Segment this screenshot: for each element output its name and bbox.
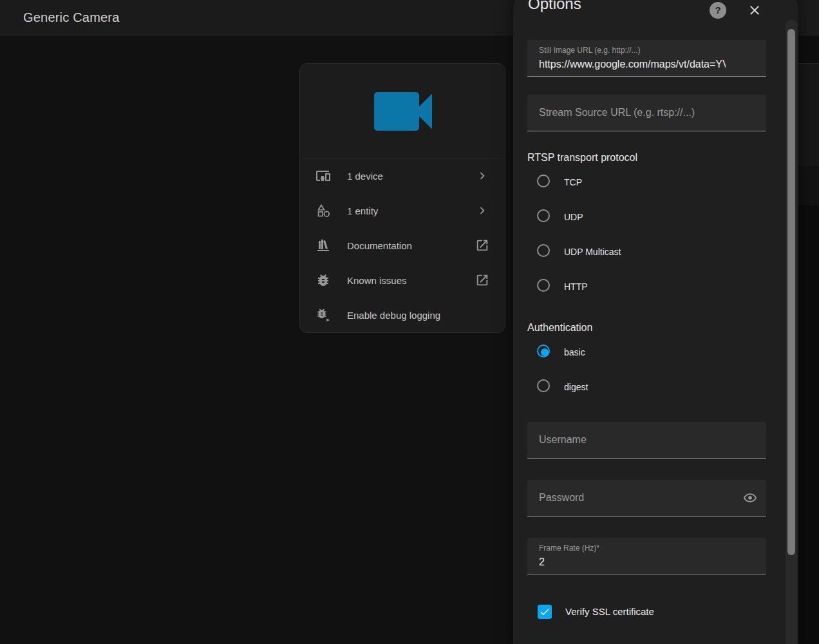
bookshelf-icon (315, 238, 331, 253)
radio-http[interactable]: HTTP (513, 274, 758, 299)
bug-icon (315, 272, 331, 288)
card-row-label: Known issues (347, 275, 475, 286)
close-icon[interactable] (747, 3, 762, 18)
field-label: Still Image URL (e.g. http://...) (539, 46, 641, 55)
card-row-entities[interactable]: 1 entity (300, 193, 505, 228)
radio-label: digest (564, 374, 588, 400)
integration-card: 1 device 1 entity Documentation Known is… (299, 63, 505, 333)
show-password-eye-icon[interactable] (743, 491, 757, 505)
page-title: Generic Camera (23, 0, 120, 35)
external-link-icon (475, 273, 489, 287)
devices-icon (315, 168, 331, 184)
field-label: Frame Rate (Hz)* (539, 544, 599, 553)
card-row-label: Documentation (347, 240, 475, 251)
options-dialog: Options ? Still Image URL (e.g. http://.… (513, 0, 798, 644)
password-field[interactable] (527, 480, 766, 516)
password-input[interactable] (539, 480, 726, 516)
radio-circle[interactable] (537, 379, 550, 392)
radio-label: TCP (564, 169, 582, 195)
radio-label: basic (564, 339, 585, 365)
external-link-icon (475, 238, 489, 252)
dialog-scrollbar-thumb[interactable] (787, 29, 795, 555)
radio-udp-multicast[interactable]: UDP Multicast (513, 239, 758, 265)
frame-rate-field[interactable]: Frame Rate (Hz)* (527, 538, 766, 574)
radio-udp[interactable]: UDP (513, 204, 758, 230)
card-row-debug-logging[interactable]: Enable debug logging (300, 298, 505, 332)
radio-circle-selected[interactable] (537, 345, 550, 357)
checkbox-checked-icon[interactable] (538, 605, 552, 619)
username-field[interactable] (527, 422, 766, 459)
chevron-right-icon (475, 169, 489, 183)
card-row-label: 1 entity (347, 205, 475, 216)
radio-circle[interactable] (537, 209, 550, 222)
stream-source-url-field[interactable] (527, 95, 766, 131)
help-icon[interactable]: ? (710, 2, 726, 19)
stream-source-url-input[interactable] (539, 95, 726, 131)
rtsp-section-label: RTSP transport protocol (527, 152, 637, 164)
still-image-url-field[interactable]: Still Image URL (e.g. http://...) (527, 40, 766, 77)
chevron-right-icon (475, 204, 489, 218)
video-camera-icon (364, 73, 442, 150)
radio-label: HTTP (564, 274, 588, 299)
dialog-scrollbar-track[interactable] (786, 19, 797, 644)
dialog-title: Options (528, 0, 581, 13)
radio-label: UDP (564, 204, 583, 230)
card-row-devices[interactable]: 1 device (300, 158, 505, 193)
card-row-known-issues[interactable]: Known issues (300, 263, 505, 298)
radio-circle[interactable] (537, 279, 550, 292)
auth-section-label: Authentication (527, 322, 592, 334)
username-input[interactable] (539, 422, 726, 458)
still-image-url-input[interactable] (539, 57, 726, 72)
card-row-label: Enable debug logging (347, 310, 489, 321)
radio-circle[interactable] (537, 244, 550, 257)
card-row-label: 1 device (347, 171, 475, 182)
radio-label: UDP Multicast (564, 239, 621, 265)
integration-card-hero (300, 64, 505, 158)
card-row-documentation[interactable]: Documentation (300, 228, 505, 263)
radio-circle[interactable] (537, 175, 550, 187)
radio-digest[interactable]: digest (513, 374, 758, 400)
shapes-icon (315, 203, 331, 218)
verify-ssl-row[interactable]: Verify SSL certificate (513, 599, 758, 625)
radio-basic[interactable]: basic (513, 339, 758, 365)
frame-rate-input[interactable] (539, 554, 726, 570)
verify-ssl-label: Verify SSL certificate (565, 599, 654, 625)
bug-play-icon (315, 307, 331, 323)
radio-tcp[interactable]: TCP (513, 169, 758, 195)
